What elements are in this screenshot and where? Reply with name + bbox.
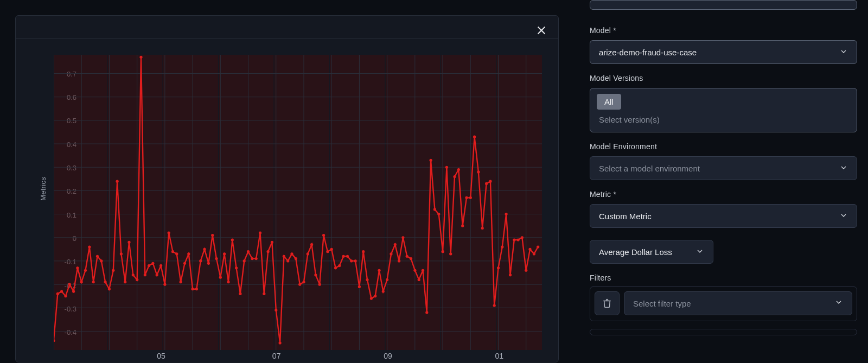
filter-type-select[interactable]: Select filter type xyxy=(624,291,852,315)
svg-point-106 xyxy=(310,243,313,246)
svg-point-143 xyxy=(457,168,460,171)
svg-point-60 xyxy=(127,241,130,244)
svg-point-96 xyxy=(271,241,273,244)
svg-point-125 xyxy=(386,278,388,281)
svg-point-134 xyxy=(422,269,424,272)
svg-point-76 xyxy=(192,288,194,290)
svg-rect-10 xyxy=(497,55,542,350)
svg-point-128 xyxy=(398,259,400,262)
svg-rect-7 xyxy=(330,55,385,350)
svg-point-91 xyxy=(251,257,253,260)
versions-group: Model Versions All Select version(s) xyxy=(590,74,857,132)
svg-point-129 xyxy=(401,236,404,239)
versions-label: Model Versions xyxy=(590,74,857,82)
svg-point-109 xyxy=(322,234,325,237)
model-select[interactable]: arize-demo-fraud-use-case xyxy=(590,40,857,64)
chevron-down-icon xyxy=(834,298,843,309)
svg-point-137 xyxy=(433,208,436,211)
svg-rect-8 xyxy=(386,55,441,350)
versions-placeholder: Select version(s) xyxy=(597,115,850,124)
svg-point-57 xyxy=(116,180,119,183)
svg-point-147 xyxy=(473,136,476,138)
metric-group: Metric * Custom Metric Average Dollar Lo… xyxy=(590,190,857,264)
svg-point-92 xyxy=(255,257,258,260)
svg-point-84 xyxy=(223,252,226,255)
metric-label: Metric * xyxy=(590,190,857,199)
svg-point-149 xyxy=(481,227,484,230)
svg-point-85 xyxy=(227,281,229,283)
svg-point-53 xyxy=(100,259,103,262)
svg-point-86 xyxy=(231,238,234,241)
svg-point-114 xyxy=(342,255,345,258)
filter-placeholder: Select filter type xyxy=(633,299,691,308)
x-tick: 07 xyxy=(272,352,281,360)
chevron-down-icon xyxy=(839,211,848,221)
svg-point-94 xyxy=(263,292,265,295)
svg-point-73 xyxy=(180,281,182,283)
svg-point-67 xyxy=(156,273,158,276)
chart-svg xyxy=(54,55,542,350)
svg-point-119 xyxy=(362,250,365,253)
svg-point-48 xyxy=(80,281,83,283)
svg-point-123 xyxy=(378,269,380,272)
svg-point-116 xyxy=(350,259,353,262)
svg-point-54 xyxy=(104,281,107,283)
svg-point-52 xyxy=(96,255,99,258)
svg-point-124 xyxy=(382,290,385,293)
svg-point-75 xyxy=(187,252,190,255)
plot-name-input[interactable] xyxy=(590,0,857,10)
close-button[interactable] xyxy=(534,23,548,37)
svg-point-61 xyxy=(132,273,135,276)
versions-chip[interactable]: All xyxy=(597,94,621,110)
svg-point-63 xyxy=(139,56,142,59)
chart-card: Metrics -0.4-0.3-0.2-0.100.10.20.30.40.5… xyxy=(15,15,559,362)
versions-select[interactable]: All Select version(s) xyxy=(590,88,857,132)
svg-point-159 xyxy=(521,236,524,239)
svg-point-115 xyxy=(346,255,349,258)
svg-point-98 xyxy=(279,341,282,344)
svg-point-126 xyxy=(390,252,392,255)
chart-area: Metrics -0.4-0.3-0.2-0.100.10.20.30.40.5… xyxy=(0,0,583,363)
svg-point-100 xyxy=(286,259,289,262)
svg-rect-2 xyxy=(54,55,107,350)
svg-point-81 xyxy=(211,234,214,237)
svg-point-93 xyxy=(259,232,261,234)
plot-zone[interactable] xyxy=(54,55,542,350)
svg-point-71 xyxy=(171,250,174,253)
next-panel xyxy=(590,329,857,335)
svg-point-117 xyxy=(354,259,357,262)
svg-point-112 xyxy=(334,266,337,269)
env-select[interactable]: Select a model environment xyxy=(590,156,857,180)
chevron-down-icon xyxy=(839,163,848,174)
svg-point-103 xyxy=(298,283,301,286)
svg-point-62 xyxy=(136,278,138,281)
svg-point-135 xyxy=(425,311,428,314)
svg-point-156 xyxy=(509,273,512,276)
metric-sub-value: Average Dollar Loss xyxy=(599,247,672,257)
svg-point-158 xyxy=(517,238,520,241)
svg-point-107 xyxy=(314,273,317,276)
svg-point-80 xyxy=(207,262,210,265)
filters-label: Filters xyxy=(590,273,857,282)
svg-rect-4 xyxy=(163,55,218,350)
metric-sub-select[interactable]: Average Dollar Loss xyxy=(590,240,713,264)
x-tick: 05 xyxy=(157,352,165,360)
svg-point-105 xyxy=(307,252,309,255)
svg-point-97 xyxy=(275,309,277,311)
svg-point-99 xyxy=(283,255,285,258)
trash-icon xyxy=(602,298,612,308)
svg-point-79 xyxy=(203,248,206,251)
svg-point-142 xyxy=(453,175,456,178)
svg-point-141 xyxy=(449,252,452,255)
svg-point-83 xyxy=(219,276,222,279)
svg-point-104 xyxy=(302,281,305,283)
x-tick: 09 xyxy=(384,352,392,360)
svg-point-110 xyxy=(326,250,329,253)
y-axis-label: Metrics xyxy=(39,177,47,201)
metric-select[interactable]: Custom Metric xyxy=(590,204,857,228)
svg-point-138 xyxy=(437,213,440,215)
svg-point-120 xyxy=(366,278,368,281)
delete-filter-button[interactable] xyxy=(595,291,620,315)
svg-point-146 xyxy=(469,196,472,199)
svg-point-77 xyxy=(195,288,198,290)
